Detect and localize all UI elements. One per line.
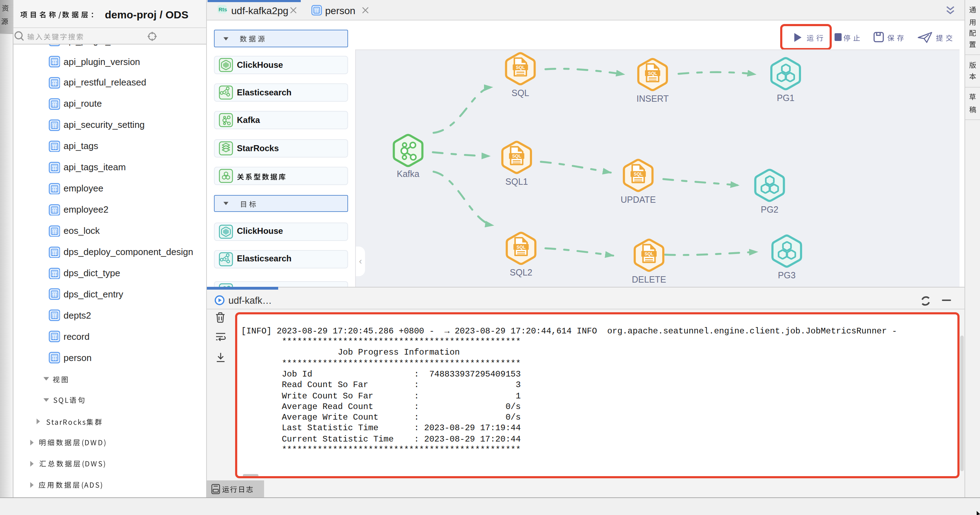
svg-text:SQL: SQL xyxy=(644,252,654,257)
svg-text:INSERT: INSERT xyxy=(636,94,669,104)
svg-text:SQL: SQL xyxy=(516,65,525,70)
svg-text:SQL: SQL xyxy=(512,154,522,159)
svg-text:PG2: PG2 xyxy=(761,204,778,214)
svg-text:DELETE: DELETE xyxy=(632,274,666,284)
svg-text:UPDATE: UPDATE xyxy=(620,195,656,204)
svg-text:PG1: PG1 xyxy=(776,93,794,103)
svg-text:PG3: PG3 xyxy=(778,270,796,280)
svg-text:SQL: SQL xyxy=(512,88,529,98)
svg-text:SQL: SQL xyxy=(634,172,643,177)
svg-text:SQL: SQL xyxy=(517,245,526,250)
svg-text:SQL: SQL xyxy=(648,71,657,76)
svg-text:SQL2: SQL2 xyxy=(510,267,532,277)
svg-text:SQL1: SQL1 xyxy=(506,177,528,187)
svg-text:Kafka: Kafka xyxy=(397,169,419,179)
